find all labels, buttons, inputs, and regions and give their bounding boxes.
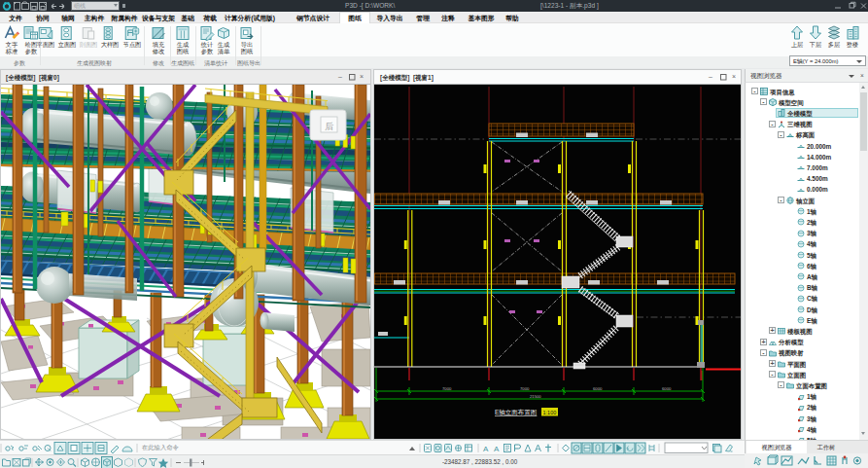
svg-text:A: A — [494, 445, 500, 453]
svg-text:21500: 21500 — [530, 394, 541, 399]
svg-text:A: A — [483, 445, 489, 453]
svg-text:6000: 6000 — [593, 386, 603, 391]
svg-text:6000: 6000 — [662, 386, 672, 391]
svg-text:1:100: 1:100 — [543, 410, 557, 415]
svg-text:7000: 7000 — [520, 386, 530, 391]
svg-text:E轴立面布置图: E轴立面布置图 — [495, 409, 537, 416]
svg-text:后: 后 — [325, 122, 333, 131]
svg-text:7000: 7000 — [442, 386, 452, 391]
